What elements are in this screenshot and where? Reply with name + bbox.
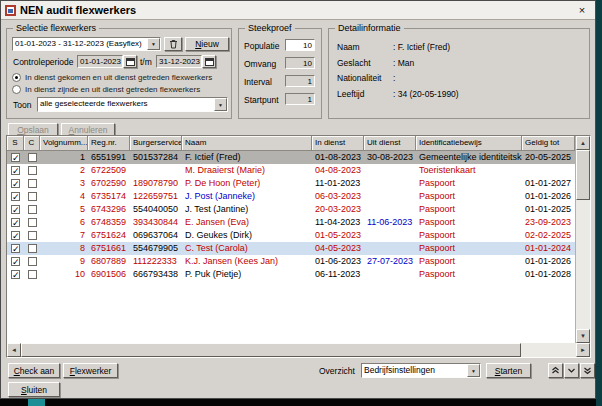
row-select-checkbox[interactable]: ✓ bbox=[11, 166, 20, 175]
row-check-checkbox[interactable] bbox=[28, 270, 37, 279]
table-cell: 02-02-2025 bbox=[522, 229, 575, 242]
chevron-down-icon[interactable]: ▼ bbox=[147, 38, 160, 50]
chevron-down-icon[interactable]: ▼ bbox=[214, 98, 227, 111]
check-aan-button[interactable]: Check aan bbox=[8, 363, 60, 378]
row-check-checkbox[interactable] bbox=[28, 257, 37, 266]
header-c[interactable]: C bbox=[24, 136, 40, 151]
table-cell: 11-01-2023 bbox=[312, 177, 364, 190]
table-row[interactable]: ✓66748359393430844E. Jansen (Eva)11-04-2… bbox=[7, 216, 575, 229]
detail-groupbox: Detailinformatie Naam : F. Ictief (Fred)… bbox=[328, 28, 590, 119]
header-identificatiebewijs[interactable]: Identificatiebewijs bbox=[416, 136, 522, 151]
table-cell: Paspoort bbox=[416, 242, 522, 255]
header-s[interactable]: S bbox=[7, 136, 24, 151]
row-select-checkbox[interactable]: ✓ bbox=[11, 192, 20, 201]
table-row[interactable]: ✓86751661554679905C. Test (Carola)04-05-… bbox=[7, 242, 575, 255]
table-cell: 6751624 bbox=[88, 229, 130, 242]
date-to-field[interactable]: 31-12-2023 bbox=[156, 55, 202, 68]
table-cell: 01-01-2026 bbox=[522, 255, 575, 268]
calendar-icon[interactable] bbox=[202, 55, 216, 68]
table-row[interactable]: ✓36702590189078790P. De Hoon (Peter)11-0… bbox=[7, 177, 575, 190]
scroll-right-icon[interactable]: ► bbox=[576, 343, 590, 357]
header-in-dienst[interactable]: In dienst bbox=[312, 136, 364, 151]
table-cell bbox=[522, 164, 575, 177]
row-select-checkbox[interactable]: ✓ bbox=[11, 218, 20, 227]
header-regnr[interactable]: Reg.nr. bbox=[88, 136, 130, 151]
header-burgerservicenr[interactable]: Burgerservicenr bbox=[130, 136, 182, 151]
table-cell: 501537284 bbox=[130, 151, 182, 164]
header-geldig-tot[interactable]: Geldig tot bbox=[522, 136, 575, 151]
next-record-button[interactable] bbox=[564, 363, 579, 378]
table-cell: 01-06-2023 bbox=[312, 255, 364, 268]
jump-to-bottom-button[interactable] bbox=[580, 363, 595, 378]
horizontal-scrollbar[interactable]: ◄ ► bbox=[7, 343, 590, 357]
radio-in-dienst-zijnde[interactable] bbox=[12, 85, 21, 94]
table-cell: K.J. Jansen (Kees Jan) bbox=[182, 255, 312, 268]
row-select-checkbox[interactable]: ✓ bbox=[11, 257, 20, 266]
period-select[interactable]: 01-01-2023 - 31-12-2023 (Easyflex) ▼ bbox=[12, 37, 161, 51]
table-cell bbox=[364, 242, 416, 255]
startpunt-field[interactable]: 1 bbox=[285, 93, 315, 105]
horizontal-scrollbar-thumb[interactable] bbox=[21, 343, 521, 357]
header-naam[interactable]: Naam bbox=[182, 136, 312, 151]
scroll-left-icon[interactable]: ◄ bbox=[7, 343, 21, 357]
row-select-checkbox[interactable]: ✓ bbox=[11, 205, 20, 214]
row-check-checkbox[interactable] bbox=[28, 205, 37, 214]
toon-select[interactable]: alle geselecteerde flexwerkers ▼ bbox=[37, 97, 228, 112]
calendar-icon[interactable] bbox=[123, 55, 137, 68]
chevron-down-icon[interactable]: ▼ bbox=[467, 364, 480, 377]
populatie-field[interactable]: 10 bbox=[285, 39, 315, 51]
table-cell bbox=[364, 268, 416, 281]
table-row[interactable]: ✓56743296554040050J. Test (Jantine)20-03… bbox=[7, 203, 575, 216]
table-cell: 2 bbox=[40, 164, 88, 177]
close-icon[interactable]: × bbox=[573, 3, 591, 18]
table-row[interactable]: ✓76751624069637064D. Geukes (Dirk)01-05-… bbox=[7, 229, 575, 242]
row-check-checkbox[interactable] bbox=[28, 192, 37, 201]
table-cell: J. Post (Janneke) bbox=[182, 190, 312, 203]
row-check-checkbox[interactable] bbox=[28, 231, 37, 240]
omvang-field[interactable]: 10 bbox=[285, 57, 315, 69]
table-row[interactable]: ✓96807889111222333K.J. Jansen (Kees Jan)… bbox=[7, 255, 575, 268]
date-from-field[interactable]: 01-01-2023 bbox=[77, 55, 123, 68]
table-cell: 6551991 bbox=[88, 151, 130, 164]
vertical-scrollbar[interactable]: ▲ ▼ bbox=[575, 136, 590, 343]
row-select-checkbox[interactable]: ✓ bbox=[11, 153, 20, 162]
table-cell: P. Puk (Pietje) bbox=[182, 268, 312, 281]
new-period-button[interactable]: Nieuw bbox=[185, 37, 229, 51]
vertical-scrollbar-thumb[interactable] bbox=[576, 150, 590, 200]
row-select-checkbox[interactable]: ✓ bbox=[11, 231, 20, 240]
scroll-down-icon[interactable]: ▼ bbox=[576, 329, 590, 343]
row-select-checkbox[interactable]: ✓ bbox=[11, 179, 20, 188]
row-select-checkbox[interactable]: ✓ bbox=[11, 270, 20, 279]
row-check-checkbox[interactable] bbox=[28, 218, 37, 227]
table-cell: Paspoort bbox=[416, 216, 522, 229]
row-check-checkbox[interactable] bbox=[28, 179, 37, 188]
header-uit-dienst[interactable]: Uit dienst bbox=[364, 136, 416, 151]
table-row[interactable]: ✓106901506666793438P. Puk (Pietje)06-11-… bbox=[7, 268, 575, 281]
table-row[interactable]: ✓46735174122659751J. Post (Janneke)06-03… bbox=[7, 190, 575, 203]
overzicht-select[interactable]: Bedrijfsinstellingen ▼ bbox=[361, 363, 481, 378]
interval-field[interactable]: 1 bbox=[285, 75, 315, 87]
delete-period-button[interactable] bbox=[164, 37, 182, 51]
table-cell: 1 bbox=[40, 151, 88, 164]
omvang-label: Omvang bbox=[244, 59, 276, 69]
checkbox-cell bbox=[24, 151, 40, 164]
jump-to-top-button[interactable] bbox=[548, 363, 563, 378]
flexwerker-button[interactable]: Flexwerker bbox=[63, 363, 118, 378]
sluiten-button[interactable]: Sluiten bbox=[8, 382, 60, 397]
starten-button[interactable]: Starten bbox=[486, 363, 531, 378]
checkbox-cell: ✓ bbox=[7, 151, 24, 164]
checkbox-cell bbox=[24, 255, 40, 268]
row-check-checkbox[interactable] bbox=[28, 166, 37, 175]
checkbox-cell bbox=[24, 268, 40, 281]
row-check-checkbox[interactable] bbox=[28, 153, 37, 162]
header-volgnummer[interactable]: Volgnumm... bbox=[40, 136, 88, 151]
checkbox-cell: ✓ bbox=[7, 164, 24, 177]
radio-in-dienst-gekomen[interactable] bbox=[12, 73, 21, 82]
scroll-up-icon[interactable]: ▲ bbox=[576, 136, 590, 150]
row-select-checkbox[interactable]: ✓ bbox=[11, 244, 20, 253]
table-row[interactable]: ✓26722509M. Draaierst (Marie)04-08-2023T… bbox=[7, 164, 575, 177]
checkbox-cell bbox=[24, 164, 40, 177]
table-row[interactable]: ✓16551991501537284F. Ictief (Fred)01-08-… bbox=[7, 151, 575, 164]
row-check-checkbox[interactable] bbox=[28, 244, 37, 253]
steekproef-groupbox: Steekproef Populatie 10 Omvang 10 Interv… bbox=[238, 28, 322, 119]
